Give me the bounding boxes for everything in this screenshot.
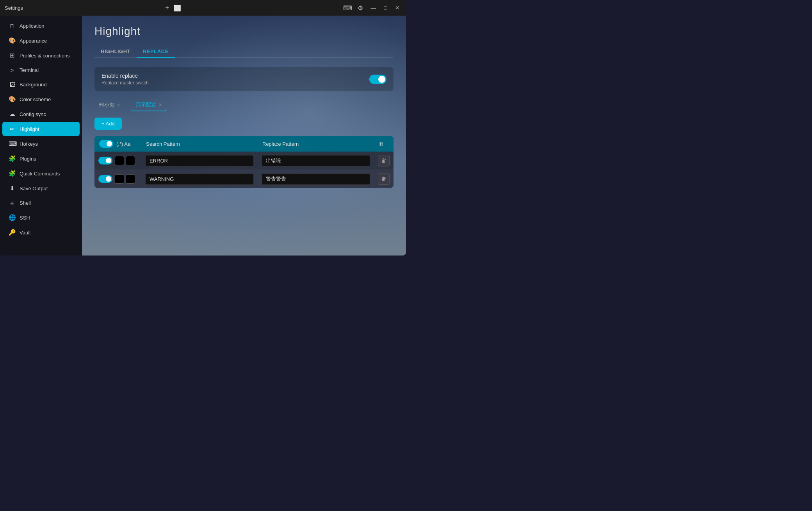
sidebar-item-label: Terminal bbox=[20, 67, 39, 73]
maximize-button[interactable]: □ bbox=[383, 4, 389, 12]
header-toggle[interactable] bbox=[99, 140, 113, 148]
sidebar-item-application[interactable]: 🗋 Application bbox=[2, 19, 80, 33]
tab-highlight[interactable]: HIGHLIGHT bbox=[94, 45, 137, 57]
table-row: 🗑 bbox=[94, 170, 394, 188]
sidebar-item-background[interactable]: 🖼 Background bbox=[2, 78, 80, 91]
main-layout: 🗋 Application 🎨 Appearance ⊞ Profiles & … bbox=[0, 16, 406, 256]
sidebar-item-configsync[interactable]: ☁ Config sync bbox=[2, 107, 80, 121]
table-header-replace: Replace Pattern bbox=[258, 136, 374, 152]
row-1-swatches bbox=[115, 156, 135, 165]
content-area: Highlight HIGHLIGHT REPLACE Enable repla… bbox=[82, 16, 406, 256]
window-controls: — □ ✕ bbox=[369, 4, 401, 12]
sidebar-item-saveoutput[interactable]: ⬇ Save Output bbox=[2, 181, 80, 195]
th-icons: (.*) Aa bbox=[99, 140, 137, 148]
sidebar-item-label: Vault bbox=[20, 230, 31, 236]
profile-tab-2-label: 演示配置 bbox=[136, 101, 156, 108]
background-icon: 🖼 bbox=[9, 81, 16, 88]
delete-header-icon: 🗑 bbox=[379, 141, 384, 147]
sidebar-item-ssh[interactable]: 🌐 SSH bbox=[2, 211, 80, 225]
sidebar-item-shell[interactable]: ≡ Shell bbox=[2, 196, 80, 210]
sidebar-item-label: Application bbox=[20, 23, 45, 29]
tab-replace[interactable]: REPLACE bbox=[137, 45, 175, 57]
sidebar-item-vault[interactable]: 🔑 Vault bbox=[2, 225, 80, 239]
enable-replace-desc: Replace master switch bbox=[102, 80, 149, 86]
row-2-delete-cell: 🗑 bbox=[374, 170, 394, 188]
sidebar-item-highlight[interactable]: ✏ Highlight bbox=[2, 122, 80, 136]
row-2-bg-swatch[interactable] bbox=[126, 174, 135, 184]
tab-icon[interactable]: ⬜ bbox=[173, 4, 181, 12]
row-1-controls bbox=[94, 152, 141, 170]
table-row: 🗑 bbox=[94, 152, 394, 170]
row-2-toggle[interactable] bbox=[98, 175, 112, 183]
row-1-replace-input[interactable] bbox=[262, 155, 370, 166]
row-2-swatches bbox=[115, 174, 135, 184]
quickcommands-icon: 🧩 bbox=[9, 170, 16, 177]
profile-tabs: 雏小鬼 ✕ 演示配置 ✕ bbox=[94, 99, 394, 111]
enable-replace-section: Enable replace Replace master switch bbox=[94, 67, 394, 91]
enable-replace-toggle[interactable] bbox=[369, 75, 386, 84]
row-2-replace-cell bbox=[258, 170, 374, 188]
add-rule-button[interactable]: + Add bbox=[94, 118, 122, 130]
sidebar-item-hotkeys[interactable]: ⌨ Hotkeys bbox=[2, 137, 80, 151]
profile-tab-1[interactable]: 雏小鬼 ✕ bbox=[94, 99, 125, 111]
hotkeys-icon: ⌨ bbox=[9, 140, 16, 147]
plugins-icon: 🧩 bbox=[9, 155, 16, 162]
page-title: Highlight bbox=[94, 25, 394, 38]
settings-panel: Highlight HIGHLIGHT REPLACE Enable repla… bbox=[82, 16, 406, 256]
sidebar-item-profiles[interactable]: ⊞ Profiles & connections bbox=[2, 48, 80, 63]
row-1-fg-swatch[interactable] bbox=[115, 156, 124, 165]
minimize-button[interactable]: — bbox=[369, 4, 378, 12]
titlebar-title: Settings bbox=[5, 5, 160, 11]
application-icon: 🗋 bbox=[9, 23, 16, 29]
sidebar-item-label: Highlight bbox=[20, 126, 39, 132]
titlebar: Settings + ⬜ ⌨ ⚙ — □ ✕ bbox=[0, 0, 406, 16]
table-header-search: Search Pattern bbox=[141, 136, 258, 152]
configsync-icon: ☁ bbox=[9, 111, 16, 118]
saveoutput-icon: ⬇ bbox=[9, 185, 16, 192]
table-header-delete: 🗑 bbox=[374, 136, 394, 152]
profiles-icon: ⊞ bbox=[9, 52, 16, 59]
sidebar-item-label: Quick Commands bbox=[20, 171, 60, 177]
sidebar-item-colorscheme[interactable]: 🎨 Color scheme bbox=[2, 92, 80, 106]
sidebar-item-plugins[interactable]: 🧩 Plugins bbox=[2, 152, 80, 166]
row-2-controls bbox=[94, 170, 141, 188]
highlight-icon: ✏ bbox=[9, 125, 16, 132]
row-2-replace-input[interactable] bbox=[262, 173, 370, 185]
sidebar-item-label: Shell bbox=[20, 200, 31, 206]
sidebar-item-terminal[interactable]: > Terminal bbox=[2, 63, 80, 77]
sidebar-item-appearance[interactable]: 🎨 Appearance bbox=[2, 34, 80, 48]
settings-icon[interactable]: ⚙ bbox=[358, 4, 363, 12]
row-2-fg-swatch[interactable] bbox=[115, 174, 124, 184]
profile-tab-2-close[interactable]: ✕ bbox=[158, 102, 162, 107]
app-window: Settings + ⬜ ⌨ ⚙ — □ ✕ 🗋 Application 🎨 A… bbox=[0, 0, 406, 256]
row-1-replace-cell bbox=[258, 152, 374, 170]
shell-icon: ≡ bbox=[9, 200, 16, 206]
colorscheme-icon: 🎨 bbox=[9, 96, 16, 103]
sidebar-item-label: Appearance bbox=[20, 38, 47, 44]
profile-tab-2[interactable]: 演示配置 ✕ bbox=[131, 99, 167, 111]
sidebar-item-label: Profiles & connections bbox=[20, 53, 70, 59]
sidebar-item-quickcommands[interactable]: 🧩 Quick Commands bbox=[2, 166, 80, 180]
sidebar-item-label: Hotkeys bbox=[20, 141, 38, 147]
enable-replace-title: Enable replace bbox=[102, 73, 149, 79]
profile-tab-1-close[interactable]: ✕ bbox=[117, 103, 120, 108]
add-tab-button[interactable]: + bbox=[165, 4, 169, 12]
profile-tab-1-label: 雏小鬼 bbox=[99, 102, 114, 109]
replace-table: (.*) Aa Search Pattern Replace Pattern 🗑 bbox=[94, 136, 394, 188]
row-1-delete-button[interactable]: 🗑 bbox=[378, 155, 390, 166]
row-1-search-input[interactable] bbox=[145, 155, 254, 166]
row-2-delete-button[interactable]: 🗑 bbox=[378, 173, 390, 185]
row-2-search-cell bbox=[141, 170, 258, 188]
row-1-bg-swatch[interactable] bbox=[126, 156, 135, 165]
row-1-delete-cell: 🗑 bbox=[374, 152, 394, 170]
keyboard-icon[interactable]: ⌨ bbox=[343, 4, 352, 12]
table-header-toggle-pattern: (.*) Aa bbox=[94, 136, 141, 152]
close-button[interactable]: ✕ bbox=[394, 4, 401, 12]
row-1-toggle[interactable] bbox=[98, 157, 112, 164]
titlebar-icons: ⌨ ⚙ bbox=[343, 4, 363, 12]
row-2-search-input[interactable] bbox=[145, 173, 254, 185]
row-1-search-cell bbox=[141, 152, 258, 170]
sidebar-item-label: Color scheme bbox=[20, 96, 51, 102]
vault-icon: 🔑 bbox=[9, 229, 16, 236]
tab-bar: HIGHLIGHT REPLACE bbox=[94, 45, 394, 58]
